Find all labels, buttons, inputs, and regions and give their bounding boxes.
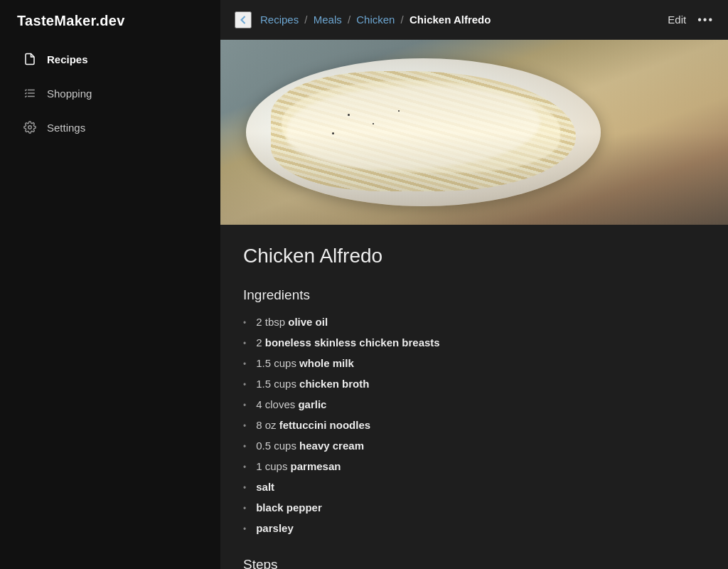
ingredient-item: •salt xyxy=(243,481,705,493)
edit-button[interactable]: Edit xyxy=(668,14,686,26)
ingredient-text: 1 cups parmesan xyxy=(256,460,341,472)
breadcrumb-sep-1: / xyxy=(301,14,311,26)
recipe-content[interactable]: Chicken Alfredo Ingredients •2 tbsp oliv… xyxy=(220,40,728,569)
bullet-point: • xyxy=(243,524,246,534)
ingredient-item: •4 cloves garlic xyxy=(243,398,705,410)
breadcrumb-current: Chicken Alfredo xyxy=(410,14,491,26)
ingredient-amount: 4 cloves xyxy=(256,398,298,410)
svg-point-3 xyxy=(28,126,32,129)
topbar: Recipes / Meals / Chicken / Chicken Alfr… xyxy=(220,0,728,40)
breadcrumb-recipes[interactable]: Recipes xyxy=(260,14,299,26)
ingredient-item: •1.5 cups whole milk xyxy=(243,357,705,369)
ingredient-name: parsley xyxy=(256,522,294,534)
ingredient-amount: 1 cups xyxy=(256,460,290,472)
breadcrumb-chicken[interactable]: Chicken xyxy=(356,14,395,26)
bullet-point: • xyxy=(243,421,246,431)
sidebar-item-shopping[interactable]: Shopping xyxy=(6,78,215,109)
ingredient-name: garlic xyxy=(298,398,326,410)
ingredient-text: 2 boneless skinless chicken breasts xyxy=(256,336,439,349)
image-overlay xyxy=(220,40,728,225)
bullet-point: • xyxy=(243,504,246,514)
ingredient-text: 8 oz fettuccini noodles xyxy=(256,419,370,431)
sidebar-item-settings[interactable]: Settings xyxy=(6,112,215,143)
bullet-point: • xyxy=(243,400,246,410)
ingredient-item: •8 oz fettuccini noodles xyxy=(243,419,705,431)
ingredient-amount: 2 tbsp xyxy=(256,316,288,328)
topbar-actions: Edit ••• xyxy=(668,14,714,26)
main-content: Recipes / Meals / Chicken / Chicken Alfr… xyxy=(220,0,728,569)
ingredient-text: 2 tbsp olive oil xyxy=(256,316,328,328)
recipe-hero-image xyxy=(220,40,728,225)
bullet-point: • xyxy=(243,380,246,390)
ingredient-item: •2 tbsp olive oil xyxy=(243,316,705,328)
ingredient-item: •1.5 cups chicken broth xyxy=(243,378,705,390)
sidebar-item-recipes[interactable]: Recipes xyxy=(6,43,215,75)
recipe-title: Chicken Alfredo xyxy=(243,245,705,267)
sidebar: TasteMaker.dev Recipes Shopping xyxy=(0,0,220,569)
breadcrumb-meals[interactable]: Meals xyxy=(314,14,342,26)
ingredient-text: black pepper xyxy=(256,501,322,514)
ingredient-text: parsley xyxy=(256,522,294,534)
pasta-visual xyxy=(220,40,728,225)
ingredient-text: 1.5 cups chicken broth xyxy=(256,378,369,390)
ingredient-name: fettuccini noodles xyxy=(279,419,370,431)
ingredient-item: •1 cups parmesan xyxy=(243,460,705,472)
ingredient-name: heavy cream xyxy=(299,440,364,452)
ingredient-item: •2 boneless skinless chicken breasts xyxy=(243,336,705,349)
ingredient-item: •0.5 cups heavy cream xyxy=(243,440,705,452)
ingredient-name: chicken broth xyxy=(299,378,369,390)
ingredient-text: 4 cloves garlic xyxy=(256,398,326,410)
ingredient-item: •parsley xyxy=(243,522,705,534)
list-icon xyxy=(23,86,37,100)
bullet-point: • xyxy=(243,442,246,452)
breadcrumb: Recipes / Meals / Chicken / Chicken Alfr… xyxy=(260,14,668,26)
bullet-point: • xyxy=(243,359,246,369)
ingredient-amount: 1.5 cups xyxy=(256,357,299,369)
sidebar-item-settings-label: Settings xyxy=(47,122,85,134)
ingredients-list: •2 tbsp olive oil•2 boneless skinless ch… xyxy=(243,316,705,534)
ingredient-name: parmesan xyxy=(291,460,341,472)
ingredient-amount: 2 xyxy=(256,336,265,349)
document-icon xyxy=(23,52,37,66)
breadcrumb-sep-2: / xyxy=(345,14,354,26)
ingredient-name: whole milk xyxy=(299,357,354,369)
ingredient-amount: 1.5 cups xyxy=(256,378,299,390)
ingredient-name: boneless skinless chicken breasts xyxy=(265,336,440,349)
ingredient-amount: 0.5 cups xyxy=(256,440,299,452)
steps-heading: Steps xyxy=(243,557,705,569)
ingredient-name: salt xyxy=(256,481,274,493)
breadcrumb-sep-3: / xyxy=(397,14,407,26)
more-button[interactable]: ••• xyxy=(697,14,714,26)
ingredient-text: salt xyxy=(256,481,274,493)
bullet-point: • xyxy=(243,483,246,493)
ingredient-item: •black pepper xyxy=(243,501,705,514)
ingredients-heading: Ingredients xyxy=(243,287,705,303)
bullet-point: • xyxy=(243,339,246,349)
app-title: TasteMaker.dev xyxy=(0,0,220,42)
sidebar-item-recipes-label: Recipes xyxy=(47,53,88,65)
bullet-point: • xyxy=(243,318,246,328)
sidebar-item-shopping-label: Shopping xyxy=(47,87,92,100)
back-button[interactable] xyxy=(235,11,252,28)
recipe-body: Chicken Alfredo Ingredients •2 tbsp oliv… xyxy=(220,225,728,569)
ingredient-name: olive oil xyxy=(288,316,328,328)
ingredient-text: 1.5 cups whole milk xyxy=(256,357,354,369)
ingredient-amount: 8 oz xyxy=(256,419,279,431)
ingredient-text: 0.5 cups heavy cream xyxy=(256,440,364,452)
gear-icon xyxy=(23,120,37,134)
ingredient-name: black pepper xyxy=(256,501,322,514)
bullet-point: • xyxy=(243,462,246,472)
